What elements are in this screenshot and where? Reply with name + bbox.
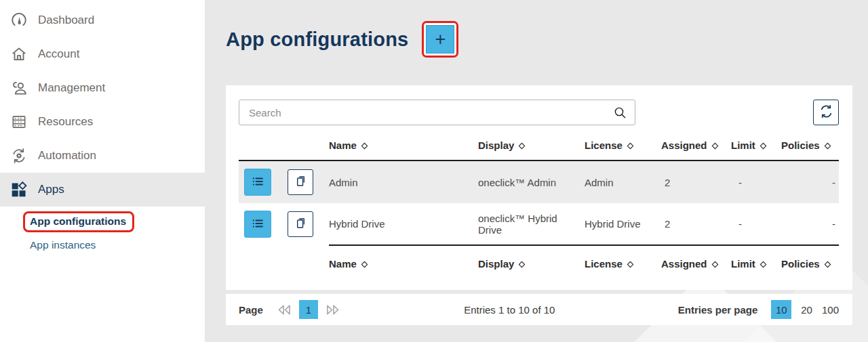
sidebar-item-app-configurations[interactable]: App configurations (0, 211, 205, 232)
search-input[interactable] (239, 107, 613, 119)
app-configurations-card: Name Display License Assigned Limit Poli… (226, 85, 852, 290)
page-controls: Page 1 (239, 300, 341, 319)
apps-icon (9, 181, 28, 199)
row-copy-button[interactable] (288, 169, 313, 195)
column-header-policies[interactable]: Policies (781, 245, 839, 270)
page-header: App configurations + (226, 21, 458, 58)
automation-icon (9, 147, 28, 165)
column-header-limit[interactable]: Limit (731, 125, 781, 161)
sidebar-item-label: Apps (38, 183, 64, 196)
column-header-display[interactable]: Display (478, 125, 585, 161)
column-header-limit[interactable]: Limit (731, 245, 781, 270)
cell-policies: - (781, 203, 839, 245)
refresh-button[interactable] (813, 100, 839, 125)
column-header-assigned[interactable]: Assigned (661, 125, 731, 161)
table-footer-header-row: Name Display License Assigned Limit Poli… (239, 245, 839, 270)
page-label: Page (239, 304, 263, 316)
table-toolbar (226, 85, 852, 125)
column-header-assigned[interactable]: Assigned (661, 245, 731, 270)
sort-icon (824, 142, 831, 150)
column-header-display[interactable]: Display (478, 245, 585, 270)
column-header-name[interactable]: Name (329, 125, 478, 161)
search-icon[interactable] (613, 106, 635, 120)
actions-column-header (239, 125, 329, 161)
subnav-item-label: App instances (30, 239, 96, 251)
subnav-item-label: App configurations (30, 215, 126, 227)
previous-page-icon[interactable] (276, 303, 293, 316)
sidebar-item-account[interactable]: Account (0, 37, 205, 71)
sidebar-item-apps[interactable]: Apps (0, 173, 205, 207)
table-header-row: Name Display License Assigned Limit Poli… (239, 125, 839, 161)
cell-display: oneclick™ Hybrid Drive (478, 203, 585, 245)
sidebar-item-label: Dashboard (38, 14, 94, 27)
sort-icon (361, 142, 368, 150)
cell-policies: - (781, 161, 839, 203)
list-icon (250, 216, 265, 233)
row-actions (239, 203, 329, 245)
sort-icon (760, 142, 767, 150)
sort-icon (518, 261, 526, 268)
row-actions (239, 161, 329, 203)
entries-per-page-label: Entries per page (678, 304, 758, 316)
sort-icon (760, 261, 767, 268)
gauge-icon (9, 12, 28, 30)
servers-icon (9, 113, 28, 131)
sidebar-item-label: Management (38, 81, 105, 95)
sort-icon (711, 261, 719, 268)
plus-icon: + (435, 30, 446, 49)
copy-icon (294, 174, 308, 190)
sidebar-item-app-instances[interactable]: App instances (0, 239, 205, 251)
sort-icon (518, 142, 526, 150)
sort-icon (711, 142, 719, 150)
column-header-license[interactable]: License (585, 245, 661, 270)
cell-name: Hybrid Drive (329, 203, 478, 245)
row-details-button[interactable] (244, 211, 271, 238)
list-icon (250, 174, 265, 191)
page-size-option-20[interactable]: 20 (801, 304, 812, 316)
sidebar-item-dashboard[interactable]: Dashboard (0, 3, 205, 37)
cell-assigned: 2 (661, 203, 731, 245)
search-box (239, 100, 635, 125)
users-icon (9, 79, 28, 98)
cell-assigned: 2 (661, 161, 731, 203)
sort-icon (627, 142, 634, 150)
sidebar-item-resources[interactable]: Resources (0, 105, 205, 139)
page-size-option-100[interactable]: 100 (822, 304, 839, 316)
cell-license: Admin (585, 161, 661, 203)
cell-limit: - (731, 203, 781, 245)
sort-icon (824, 261, 831, 268)
sort-icon (361, 261, 368, 268)
table-row: Admin oneclick™ Admin Admin 2 - - (239, 161, 839, 203)
next-page-icon[interactable] (324, 303, 341, 316)
table-row: Hybrid Drive oneclick™ Hybrid Drive Hybr… (239, 203, 839, 245)
app-configurations-table: Name Display License Assigned Limit Poli… (239, 125, 839, 270)
pagination-bar: Page 1 Entries 1 to 10 of 10 Entries per… (226, 294, 852, 325)
sidebar-item-label: Account (38, 47, 79, 61)
column-header-name[interactable]: Name (329, 245, 478, 270)
actions-column-header (239, 245, 329, 270)
sort-icon (627, 261, 634, 268)
add-configuration-button[interactable]: + (426, 25, 454, 54)
cell-name: Admin (329, 161, 478, 203)
cell-license: Hybrid Drive (585, 203, 661, 245)
entries-per-page-controls: Entries per page 10 20 100 (678, 300, 839, 319)
cell-display: oneclick™ Admin (478, 161, 585, 203)
row-copy-button[interactable] (288, 211, 313, 237)
column-header-license[interactable]: License (585, 125, 661, 161)
sidebar-item-automation[interactable]: Automation (0, 139, 205, 173)
annotation-highlight: + (422, 21, 458, 58)
cell-limit: - (731, 161, 781, 203)
sidebar-item-label: Automation (38, 149, 96, 163)
home-icon (9, 45, 28, 64)
sidebar: Dashboard Account Management (0, 0, 205, 342)
sidebar-item-label: Resources (38, 115, 93, 129)
refresh-icon (818, 104, 834, 121)
entries-summary: Entries 1 to 10 of 10 (464, 304, 555, 316)
apps-subnav: App configurations App instances (0, 211, 205, 251)
sidebar-item-management[interactable]: Management (0, 71, 205, 105)
current-page-button[interactable]: 1 (299, 300, 318, 319)
page-size-option-10[interactable]: 10 (771, 300, 791, 319)
column-header-policies[interactable]: Policies (781, 125, 839, 161)
row-details-button[interactable] (244, 169, 271, 196)
copy-icon (294, 216, 308, 232)
